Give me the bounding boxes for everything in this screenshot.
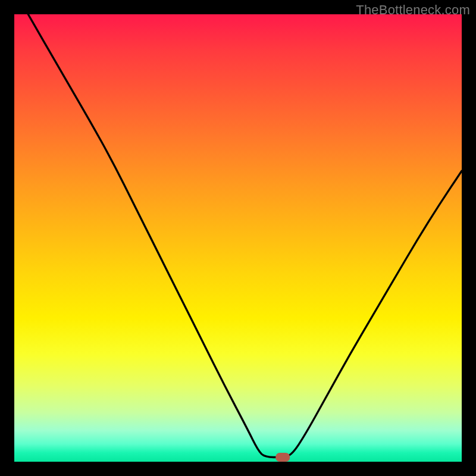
optimal-marker — [275, 453, 290, 462]
bottleneck-curve — [28, 14, 462, 457]
plot-area — [14, 14, 462, 462]
chart-frame: TheBottleneck.com — [0, 0, 476, 476]
plot-svg — [14, 14, 462, 462]
watermark-text: TheBottleneck.com — [356, 2, 470, 18]
